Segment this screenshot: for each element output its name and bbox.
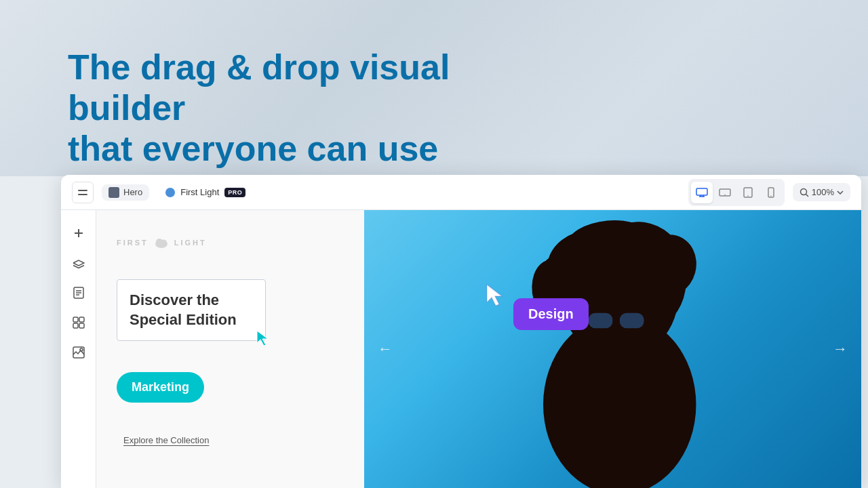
svg-marker-27 [257,331,268,346]
next-arrow-button[interactable]: → [833,340,848,358]
components-button[interactable] [66,310,91,335]
layers-icon [73,258,85,268]
canvas-right-panel: Design ← → [364,210,861,488]
svg-point-9 [770,195,771,196]
tablet-icon [743,187,753,198]
sidebar [61,210,96,488]
zoom-control[interactable]: 100% [793,183,850,201]
zoom-icon [800,188,809,197]
zoom-value: 100% [812,187,834,197]
assets-button[interactable] [66,340,91,365]
desktop-icon [696,188,708,197]
design-badge-text: Design [528,306,574,321]
menu-line-1 [78,190,87,191]
prev-arrow-icon: ← [378,340,393,357]
svg-rect-37 [589,313,613,329]
layers-button[interactable] [66,251,91,275]
svg-point-36 [543,314,696,488]
svg-rect-19 [79,317,84,322]
cursor-arrow-icon [483,283,507,308]
next-arrow-icon: → [833,340,848,357]
menu-button[interactable] [72,182,94,203]
active-tab[interactable]: Hero [102,184,149,201]
headline-line2: that everyone can use [68,129,438,168]
headline-box-text: Discover the Special Edition [130,291,253,329]
chevron-down-icon [837,190,844,195]
svg-line-11 [806,194,808,197]
svg-point-5 [724,194,726,195]
canvas-area: FIRST LIGHT Discover the Special Edition [96,210,861,488]
canvas-left-panel: FIRST LIGHT Discover the Special Edition [96,210,364,488]
viewport-mobile-button[interactable] [760,182,782,203]
headline-section: The drag & drop visual builder that ever… [68,47,542,169]
marketing-badge: Marketing [117,372,204,403]
main-headline: The drag & drop visual builder that ever… [68,47,542,169]
mobile-icon [768,187,774,198]
project-name: First Light [180,187,219,197]
prev-arrow-button[interactable]: ← [378,340,393,358]
svg-marker-40 [487,285,502,306]
brand-logo: FIRST LIGHT [117,237,344,248]
viewport-tablet-wide-button[interactable] [714,182,736,203]
project-tab[interactable]: First Light PRO [157,183,254,201]
toolbar: Hero First Light PRO [61,175,861,210]
assets-icon [73,346,85,359]
project-dot-icon [165,188,175,197]
menu-line-2 [78,194,87,195]
cursor-inside-icon [254,329,272,347]
explore-collection-link[interactable]: Explore the Collection [123,435,209,445]
builder-window: Hero First Light PRO [61,175,861,488]
svg-rect-18 [73,317,78,322]
brand-cloud-icon [154,237,169,248]
tab-label: Hero [123,187,142,197]
headline-line1: The drag & drop visual builder [68,47,450,127]
svg-rect-0 [696,188,707,195]
svg-rect-21 [79,323,84,328]
design-badge: Design [513,298,589,330]
svg-point-7 [747,195,749,197]
svg-point-10 [800,188,806,195]
headline-text-box[interactable]: Discover the Special Edition [117,279,266,341]
viewport-desktop-button[interactable] [691,182,713,203]
page-icon [73,287,84,299]
svg-rect-20 [73,323,78,328]
components-icon [73,317,85,329]
svg-point-23 [80,348,83,351]
person-silhouette [364,210,861,488]
svg-point-26 [160,240,167,246]
pages-button[interactable] [66,281,91,305]
cursor-pointer-right [483,283,507,310]
add-element-button[interactable] [66,221,91,245]
plus-icon [73,227,85,239]
svg-rect-38 [620,313,644,329]
marketing-badge-text: Marketing [132,380,189,394]
tab-page-icon [108,187,119,198]
tablet-wide-icon [719,188,731,197]
viewport-controls [688,179,785,206]
viewport-tablet-button[interactable] [737,182,759,203]
pro-badge: PRO [224,188,245,197]
